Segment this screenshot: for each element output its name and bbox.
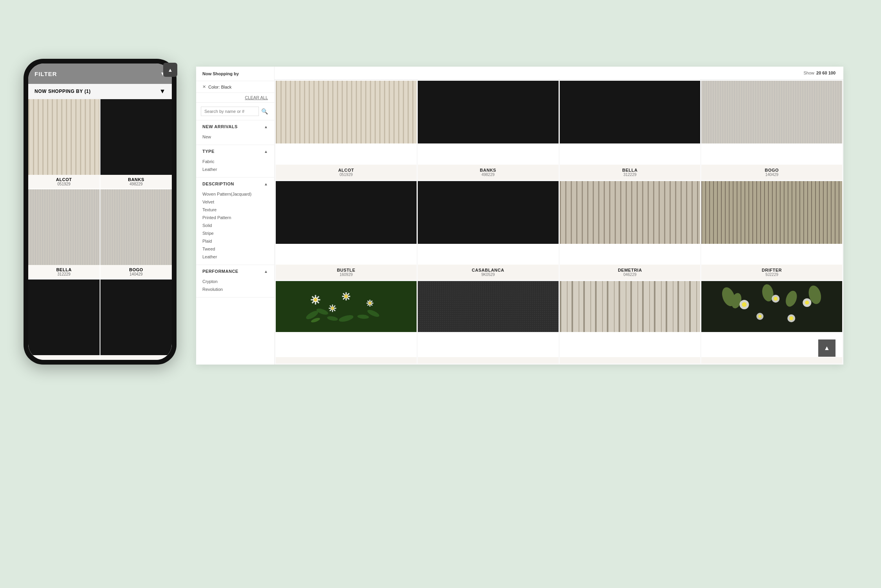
sidebar-item-revolution[interactable]: Revolution xyxy=(196,285,274,293)
product-name: ALCOT xyxy=(279,168,413,172)
table-row[interactable]: BELLA 312229 xyxy=(560,81,701,180)
scroll-up-button[interactable]: ▲ xyxy=(818,339,835,357)
sidebar-item-leather[interactable]: Leather xyxy=(196,165,274,173)
mobile-now-shopping: NOW SHOPPING BY (1) ▼ xyxy=(28,84,172,99)
product-grid: ALCOT 051929 BANKS 498229 BELLA xyxy=(275,80,843,365)
table-row[interactable] xyxy=(418,281,559,363)
sidebar-item-stripe[interactable]: Stripe xyxy=(196,229,274,237)
product-image xyxy=(418,281,559,357)
sidebar-item-plaid[interactable]: Plaid xyxy=(196,237,274,245)
mobile-now-shopping-label: NOW SHOPPING BY (1) xyxy=(35,89,91,94)
product-image xyxy=(701,81,842,165)
sidebar-section-title: NEW ARRIVALS xyxy=(202,124,238,129)
product-image xyxy=(560,181,701,265)
sidebar-section-new-arrivals: NEW ARRIVALS ▲ New xyxy=(196,120,274,145)
mobile-screen: FILTER ▼ NOW SHOPPING BY (1) ▼ ALCOT 051… xyxy=(28,64,172,360)
product-info xyxy=(701,357,842,363)
svg-point-10 xyxy=(314,298,317,302)
mobile-phone: FILTER ▼ NOW SHOPPING BY (1) ▼ ALCOT 051… xyxy=(24,59,177,365)
product-number: 9K0529 xyxy=(421,272,555,277)
show-100-link[interactable]: 100 xyxy=(828,71,835,75)
svg-point-15 xyxy=(344,295,348,298)
table-row[interactable] xyxy=(560,281,701,363)
sidebar-section-header-type[interactable]: TYPE ▲ xyxy=(196,145,274,158)
product-number: 140429 xyxy=(104,272,169,276)
sidebar-search-container: 🔍 xyxy=(196,103,274,120)
svg-point-42 xyxy=(759,315,762,318)
product-number: 140429 xyxy=(704,172,839,177)
product-name: BELLA xyxy=(31,267,96,272)
product-info: DRIFTER 9J2229 xyxy=(701,265,842,280)
list-item[interactable]: ALCOT 051929 xyxy=(28,99,100,189)
sidebar-item-texture[interactable]: Texture xyxy=(196,206,274,214)
product-info: ALCOT 051929 xyxy=(276,165,417,180)
sidebar-section-header-new-arrivals[interactable]: NEW ARRIVALS ▲ xyxy=(196,120,274,133)
svg-point-36 xyxy=(742,302,747,307)
product-info xyxy=(276,357,417,363)
product-name: BELLA xyxy=(563,168,697,172)
product-image xyxy=(276,81,417,165)
table-row[interactable]: BUSTLE 160929 xyxy=(276,181,417,280)
sidebar-item-crypton[interactable]: Crypton xyxy=(196,278,274,285)
table-row[interactable]: ALCOT 051929 xyxy=(276,81,417,180)
list-item[interactable] xyxy=(28,279,100,360)
product-image xyxy=(100,279,172,355)
svg-point-38 xyxy=(774,297,778,301)
product-info: BUSTLE 160929 xyxy=(276,265,417,280)
main-top-bar: Show 20 60 100 xyxy=(275,67,843,80)
chevron-up-icon-perf: ▲ xyxy=(264,269,268,274)
product-info xyxy=(560,357,701,363)
list-item[interactable]: BOGO 140429 xyxy=(100,189,172,279)
sidebar-item-woven[interactable]: Woven Pattern(Jacquard) xyxy=(196,190,274,198)
search-input[interactable] xyxy=(201,107,259,116)
mobile-filter-bar: FILTER ▼ xyxy=(28,64,172,84)
main-content: Show 20 60 100 ALCOT 051929 xyxy=(275,67,843,365)
table-row[interactable] xyxy=(276,281,417,363)
search-icon[interactable]: 🔍 xyxy=(261,108,268,114)
show-60-link[interactable]: 60 xyxy=(822,71,827,75)
sidebar-item-solid[interactable]: Solid xyxy=(196,221,274,229)
sidebar-color-value: Color: Black xyxy=(208,85,231,89)
product-name: BANKS xyxy=(421,168,555,172)
product-image xyxy=(100,189,172,265)
sidebar-item-printed[interactable]: Printed Pattern xyxy=(196,214,274,221)
list-item[interactable] xyxy=(100,279,172,360)
product-name: ALCOT xyxy=(31,177,96,182)
product-name: BOGO xyxy=(704,168,839,172)
list-item[interactable]: BANKS 498229 xyxy=(100,99,172,189)
table-row[interactable]: DEMETRIA 046229 xyxy=(560,181,701,280)
product-number: 498229 xyxy=(104,182,169,186)
table-row[interactable]: DRIFTER 9J2229 xyxy=(701,181,842,280)
sidebar-section-header-performance[interactable]: PERFORMANCE ▲ xyxy=(196,265,274,278)
product-info: BANKS 498229 xyxy=(418,165,559,180)
product-number: 312229 xyxy=(31,272,96,276)
sidebar-section-header-description[interactable]: DESCRIPTION ▲ xyxy=(196,178,274,190)
chevron-up-icon-type: ▲ xyxy=(264,149,268,154)
product-name: BANKS xyxy=(104,177,169,182)
sidebar-section-type: TYPE ▲ Fabric Leather xyxy=(196,145,274,178)
product-image xyxy=(418,81,559,165)
sidebar-item-velvet[interactable]: Velvet xyxy=(196,198,274,206)
mobile-product-grid: ALCOT 051929 BANKS 498229 BELLA xyxy=(28,99,172,360)
show-20-link[interactable]: 20 xyxy=(816,71,821,75)
sidebar-clear-all-button[interactable]: CLEAR ALL xyxy=(196,93,274,103)
sidebar-item-tweed[interactable]: Tweed xyxy=(196,245,274,253)
sidebar-item-new[interactable]: New xyxy=(196,133,274,141)
svg-point-44 xyxy=(790,316,794,320)
svg-point-20 xyxy=(369,302,371,305)
sidebar-item-fabric[interactable]: Fabric xyxy=(196,158,274,165)
product-image xyxy=(560,281,701,357)
mobile-scroll-up-button[interactable]: ▲ xyxy=(163,63,177,77)
desktop-panel: Now Shopping by ✕ Color: Black CLEAR ALL… xyxy=(196,67,843,365)
mobile-now-shopping-chevron[interactable]: ▼ xyxy=(159,88,166,95)
table-row[interactable]: CASABLANCA 9K0529 xyxy=(418,181,559,280)
product-info: BELLA 312229 xyxy=(560,165,701,180)
table-row[interactable]: BOGO 140429 xyxy=(701,81,842,180)
sidebar-remove-color-filter[interactable]: ✕ xyxy=(202,84,206,89)
list-item[interactable]: BELLA 312229 xyxy=(28,189,100,279)
sidebar-color-filter: ✕ Color: Black xyxy=(196,81,274,93)
sidebar-item-leather-desc[interactable]: Leather xyxy=(196,253,274,261)
table-row[interactable]: BANKS 498229 xyxy=(418,81,559,180)
product-number: 051929 xyxy=(31,182,96,186)
sidebar-section-performance: PERFORMANCE ▲ Crypton Revolution xyxy=(196,265,274,298)
